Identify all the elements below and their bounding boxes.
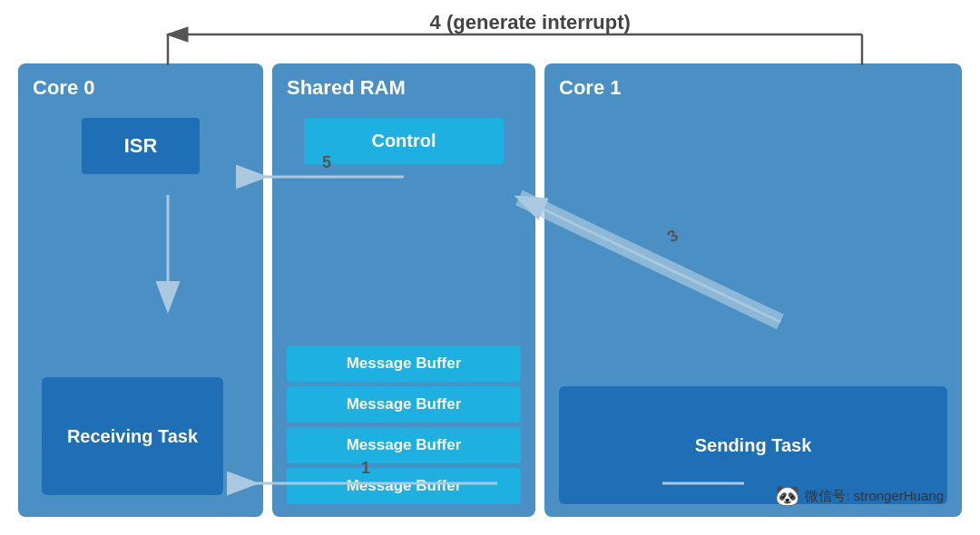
shared-ram-box: Shared RAM Control Message Buffer Messag… bbox=[272, 63, 535, 517]
core0-title: Core 0 bbox=[33, 76, 249, 100]
message-buffer-2: Message Buffer bbox=[287, 427, 521, 463]
message-buffer-1: Message Buffer bbox=[287, 386, 521, 423]
watermark-emoji: 🐼 bbox=[775, 484, 799, 508]
message-buffer-0: Message Buffer bbox=[287, 345, 521, 382]
main-container: 4 (generate interrupt) 5 bbox=[0, 0, 980, 535]
top-arrow-label: 4 (generate interrupt) bbox=[430, 11, 631, 34]
message-buffers: Message Buffer Message Buffer Message Bu… bbox=[287, 345, 521, 504]
core1-box: Core 1 Sending Task bbox=[544, 63, 962, 517]
message-buffer-3: Message Buffer bbox=[287, 468, 521, 504]
core1-title: Core 1 bbox=[559, 76, 947, 100]
receiving-task-block: Receiving Task bbox=[42, 377, 223, 495]
watermark: 🐼 微信号: strongerHuang bbox=[775, 484, 944, 508]
shared-ram-title: Shared RAM bbox=[287, 76, 521, 100]
watermark-text: 微信号: strongerHuang bbox=[805, 488, 944, 505]
core0-box: Core 0 ISR Receiving Task bbox=[18, 63, 263, 517]
control-block: Control bbox=[304, 118, 504, 164]
boxes-row: Core 0 ISR Receiving Task Shared RAM Con… bbox=[18, 63, 962, 517]
isr-block: ISR bbox=[82, 118, 200, 174]
